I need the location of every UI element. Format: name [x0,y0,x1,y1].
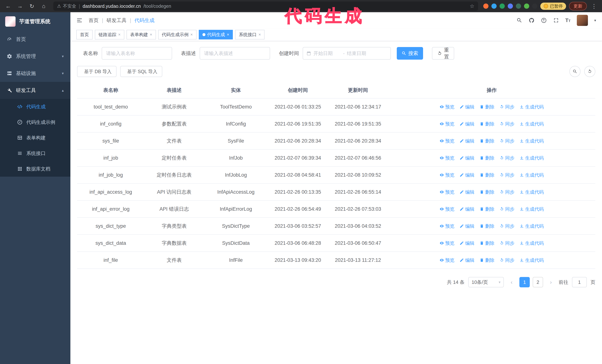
delete-link[interactable]: 删除 [480,137,494,145]
extension-icon[interactable] [524,3,529,9]
sidebar-item-infrastructure[interactable]: 基础设施▾ [0,65,70,82]
app-logo[interactable]: 芋道管理系统 [0,12,70,31]
extension-icon[interactable] [508,3,513,9]
sync-link[interactable]: 同步 [500,206,514,213]
edit-link[interactable]: 编辑 [460,171,474,178]
preview-link[interactable]: 预览 [440,171,454,178]
delete-link[interactable]: 删除 [480,239,494,247]
back-icon[interactable]: ← [4,2,13,10]
edit-link[interactable]: 编辑 [460,154,474,161]
paused-badge[interactable]: 已暂停 [540,3,566,10]
preview-link[interactable]: 预览 [440,206,454,213]
chevron-down-icon[interactable]: ▾ [594,18,596,23]
breadcrumb-item-devtools[interactable]: 研发工具 [107,17,127,24]
font-size-icon[interactable]: TT [565,17,570,23]
user-avatar[interactable] [577,15,588,26]
sync-link[interactable]: 同步 [500,120,514,127]
generate-code-link[interactable]: 生成代码 [520,171,544,178]
extension-icon[interactable] [483,3,488,9]
sync-link[interactable]: 同步 [500,137,514,145]
prev-page-button[interactable]: ‹ [507,279,516,285]
extension-icon[interactable] [491,3,497,9]
close-icon[interactable]: × [190,32,193,37]
sidebar-item-system-mgmt[interactable]: 系统管理▾ [0,48,70,65]
preview-link[interactable]: 预览 [440,154,454,161]
table-desc-input[interactable] [200,47,270,60]
edit-link[interactable]: 编辑 [460,206,474,213]
delete-link[interactable]: 删除 [480,120,494,127]
submenu-item-codegen[interactable]: 代码生成 [0,99,70,114]
preview-link[interactable]: 预览 [440,223,454,229]
edit-link[interactable]: 编辑 [460,120,474,127]
tab-codegen[interactable]: 代码生成× [199,30,233,40]
page-button-1[interactable]: 1 [519,277,530,287]
table-name-input[interactable] [102,47,172,60]
close-icon[interactable]: × [258,32,261,37]
toggle-search-button[interactable] [570,66,580,77]
preview-link[interactable]: 预览 [440,120,454,127]
extension-icon[interactable] [532,3,537,9]
edit-link[interactable]: 编辑 [460,257,474,264]
tab-form-builder[interactable]: 表单构建× [127,30,156,40]
submenu-item-db-doc[interactable]: 数据库文档 [0,161,70,177]
preview-link[interactable]: 预览 [440,103,454,110]
preview-link[interactable]: 预览 [440,239,454,247]
browser-menu-icon[interactable]: ⋮ [590,3,598,10]
generate-code-link[interactable]: 生成代码 [520,120,544,127]
delete-link[interactable]: 删除 [480,223,494,229]
edit-link[interactable]: 编辑 [460,137,474,145]
refresh-table-button[interactable] [584,66,595,77]
sync-link[interactable]: 同步 [500,154,514,161]
edit-link[interactable]: 编辑 [460,223,474,229]
security-warning-label[interactable]: 不安全 [63,3,76,9]
generate-code-link[interactable]: 生成代码 [520,188,544,196]
bookmark-star-icon[interactable]: ☆ [470,3,474,9]
delete-link[interactable]: 删除 [480,154,494,161]
generate-code-link[interactable]: 生成代码 [520,257,544,264]
extension-icon[interactable] [500,3,505,9]
search-button[interactable]: 搜索 [397,47,423,60]
preview-link[interactable]: 预览 [440,257,454,264]
sync-link[interactable]: 同步 [500,188,514,196]
delete-link[interactable]: 删除 [480,206,494,213]
end-date-input[interactable] [347,51,374,56]
edit-link[interactable]: 编辑 [460,188,474,196]
reset-button[interactable]: 重置 [432,47,454,60]
generate-code-link[interactable]: 生成代码 [520,103,544,110]
generate-code-link[interactable]: 生成代码 [520,137,544,145]
delete-link[interactable]: 删除 [480,188,494,196]
close-icon[interactable]: × [118,32,121,37]
preview-link[interactable]: 预览 [440,137,454,145]
next-page-button[interactable]: › [547,279,555,285]
page-button-2[interactable]: 2 [533,277,543,287]
browser-update-button[interactable]: 更新 [569,2,587,10]
hamburger-icon[interactable] [76,17,83,23]
tab-trace[interactable]: 链路追踪× [95,30,124,40]
page-size-select[interactable]: 10条/页 ▾ [468,277,504,287]
submenu-item-form-builder[interactable]: 表单构建 [0,130,70,146]
extension-icon[interactable] [516,3,521,9]
generate-code-link[interactable]: 生成代码 [520,154,544,161]
address-bar[interactable]: ⚠ 不安全 | dashboard.yudao.iocoder.cn/tool/… [53,1,478,11]
sidebar-item-home[interactable]: 首页 [0,31,70,48]
reload-icon[interactable]: ↻ [27,2,36,10]
generate-code-link[interactable]: 生成代码 [520,223,544,229]
tab-home[interactable]: 首页 [76,30,93,40]
tab-system-api[interactable]: 系统接口× [235,30,265,40]
fullscreen-icon[interactable] [553,17,559,23]
search-icon[interactable] [516,17,522,23]
question-icon[interactable] [541,17,547,23]
submenu-item-codegen-example[interactable]: 代码生成示例 [0,114,70,130]
delete-link[interactable]: 删除 [480,171,494,178]
home-icon[interactable]: ⌂ [39,2,48,10]
sync-link[interactable]: 同步 [500,239,514,247]
github-icon[interactable] [529,17,535,23]
sync-link[interactable]: 同步 [500,257,514,264]
import-db-button[interactable]: 基于 DB 导入 [77,66,117,77]
edit-link[interactable]: 编辑 [460,103,474,110]
preview-link[interactable]: 预览 [440,188,454,196]
generate-code-link[interactable]: 生成代码 [520,239,544,247]
close-icon[interactable]: × [150,32,152,37]
sync-link[interactable]: 同步 [500,223,514,229]
sync-link[interactable]: 同步 [500,171,514,178]
